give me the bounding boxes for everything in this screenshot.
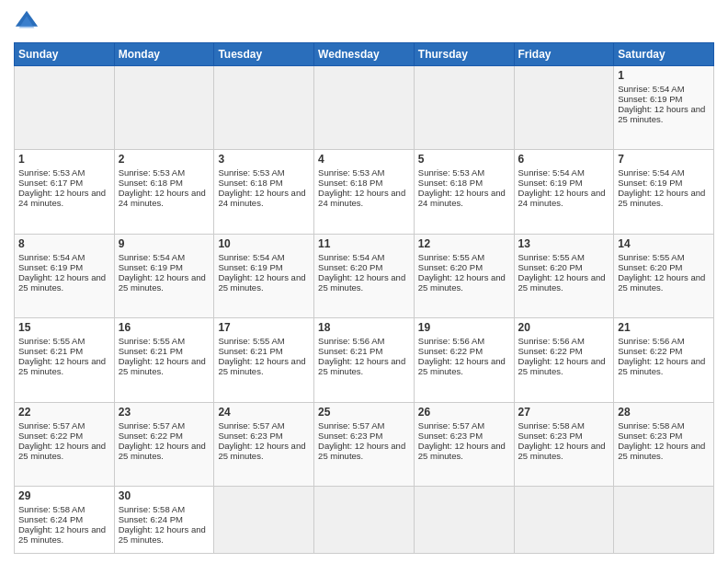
day-number: 11 [318, 237, 410, 250]
sunset-text: Sunset: 6:19 PM [18, 262, 83, 272]
sunset-text: Sunset: 6:23 PM [218, 431, 282, 441]
sunset-text: Sunset: 6:21 PM [119, 346, 183, 356]
daylight-text: Daylight: 12 hours and 25 minutes. [18, 441, 106, 461]
sunrise-text: Sunrise: 5:57 AM [418, 420, 484, 431]
calendar-cell: 19Sunrise: 5:56 AMSunset: 6:22 PMDayligh… [414, 318, 514, 402]
day-number: 1 [18, 153, 110, 166]
daylight-text: Daylight: 12 hours and 25 minutes. [318, 272, 405, 293]
sunrise-text: Sunrise: 5:54 AM [618, 167, 684, 178]
sunset-text: Sunset: 6:20 PM [518, 262, 583, 272]
sunrise-text: Sunrise: 5:55 AM [518, 252, 585, 262]
sunset-text: Sunset: 6:23 PM [418, 431, 483, 441]
sunset-text: Sunset: 6:18 PM [418, 178, 483, 188]
calendar-cell: 15Sunrise: 5:55 AMSunset: 6:21 PMDayligh… [15, 318, 115, 402]
sunrise-text: Sunrise: 5:56 AM [618, 336, 684, 346]
calendar-cell: 6Sunrise: 5:54 AMSunset: 6:19 PMDaylight… [514, 150, 614, 234]
sunset-text: Sunset: 6:19 PM [218, 262, 282, 272]
sunset-text: Sunset: 6:18 PM [218, 178, 282, 188]
calendar-cell: 3Sunrise: 5:53 AMSunset: 6:18 PMDaylight… [214, 150, 314, 234]
day-number: 14 [618, 237, 710, 250]
day-number: 27 [518, 406, 610, 419]
daylight-text: Daylight: 12 hours and 24 minutes. [119, 188, 206, 208]
daylight-text: Daylight: 12 hours and 25 minutes. [618, 104, 705, 124]
calendar-cell: 2Sunrise: 5:53 AMSunset: 6:18 PMDaylight… [114, 150, 214, 234]
sunset-text: Sunset: 6:19 PM [119, 262, 183, 272]
calendar-cell: 20Sunrise: 5:56 AMSunset: 6:22 PMDayligh… [514, 318, 614, 402]
header [14, 9, 714, 35]
daylight-text: Daylight: 12 hours and 24 minutes. [218, 188, 305, 208]
sunrise-text: Sunrise: 5:53 AM [218, 167, 284, 178]
calendar-cell: 10Sunrise: 5:54 AMSunset: 6:19 PMDayligh… [214, 234, 314, 317]
daylight-text: Daylight: 12 hours and 25 minutes. [418, 272, 506, 293]
sunset-text: Sunset: 6:19 PM [618, 94, 682, 104]
header-row: SundayMondayTuesdayWednesdayThursdayFrid… [15, 43, 714, 66]
calendar-cell: 5Sunrise: 5:53 AMSunset: 6:18 PMDaylight… [414, 150, 514, 234]
sunrise-text: Sunrise: 5:57 AM [119, 420, 185, 431]
day-number: 30 [119, 489, 210, 502]
day-number: 28 [618, 406, 710, 419]
sunrise-text: Sunrise: 5:53 AM [418, 167, 484, 178]
sunrise-text: Sunrise: 5:54 AM [218, 252, 284, 262]
daylight-text: Daylight: 12 hours and 25 minutes. [618, 356, 705, 376]
daylight-text: Daylight: 12 hours and 25 minutes. [418, 441, 506, 461]
sunrise-text: Sunrise: 5:53 AM [18, 167, 85, 178]
daylight-text: Daylight: 12 hours and 25 minutes. [18, 524, 106, 545]
daylight-text: Daylight: 12 hours and 25 minutes. [618, 272, 705, 293]
sunset-text: Sunset: 6:19 PM [518, 178, 583, 188]
daylight-text: Daylight: 12 hours and 25 minutes. [119, 356, 206, 376]
day-number: 23 [119, 406, 210, 419]
sunrise-text: Sunrise: 5:54 AM [518, 167, 585, 178]
calendar-cell: 12Sunrise: 5:55 AMSunset: 6:20 PMDayligh… [414, 234, 514, 317]
calendar-cell: 24Sunrise: 5:57 AMSunset: 6:23 PMDayligh… [214, 402, 314, 486]
day-number: 20 [518, 321, 610, 334]
sunset-text: Sunset: 6:17 PM [18, 178, 83, 188]
day-number: 1 [618, 69, 710, 82]
sunrise-text: Sunrise: 5:56 AM [518, 336, 585, 346]
calendar-cell: 14Sunrise: 5:55 AMSunset: 6:20 PMDayligh… [614, 234, 714, 317]
calendar-cell [314, 66, 415, 150]
daylight-text: Daylight: 12 hours and 25 minutes. [518, 272, 606, 293]
sunrise-text: Sunrise: 5:57 AM [318, 420, 384, 431]
calendar-week-row: 1Sunrise: 5:54 AMSunset: 6:19 PMDaylight… [15, 66, 714, 150]
calendar-cell: 30Sunrise: 5:58 AMSunset: 6:24 PMDayligh… [114, 487, 214, 554]
daylight-text: Daylight: 12 hours and 25 minutes. [318, 441, 405, 461]
sunrise-text: Sunrise: 5:53 AM [318, 167, 384, 178]
calendar-cell: 17Sunrise: 5:55 AMSunset: 6:21 PMDayligh… [214, 318, 314, 402]
day-number: 2 [119, 153, 210, 166]
day-number: 7 [618, 153, 710, 166]
day-header: Thursday [414, 43, 514, 66]
calendar-week-row: 8Sunrise: 5:54 AMSunset: 6:19 PMDaylight… [15, 234, 714, 317]
calendar-cell: 13Sunrise: 5:55 AMSunset: 6:20 PMDayligh… [514, 234, 614, 317]
logo [14, 9, 43, 35]
daylight-text: Daylight: 12 hours and 24 minutes. [18, 188, 106, 208]
calendar-cell [414, 66, 514, 150]
sunset-text: Sunset: 6:18 PM [119, 178, 183, 188]
day-number: 6 [518, 153, 610, 166]
day-number: 17 [218, 321, 310, 334]
sunrise-text: Sunrise: 5:58 AM [18, 504, 85, 514]
day-number: 4 [318, 153, 410, 166]
sunset-text: Sunset: 6:19 PM [618, 178, 682, 188]
sunset-text: Sunset: 6:21 PM [18, 346, 83, 356]
calendar-cell [514, 66, 614, 150]
calendar-week-row: 1Sunrise: 5:53 AMSunset: 6:17 PMDaylight… [15, 150, 714, 234]
calendar-cell: 1Sunrise: 5:54 AMSunset: 6:19 PMDaylight… [614, 66, 714, 150]
sunset-text: Sunset: 6:23 PM [518, 431, 583, 441]
day-number: 12 [418, 237, 510, 250]
daylight-text: Daylight: 12 hours and 25 minutes. [518, 356, 606, 376]
calendar-cell: 18Sunrise: 5:56 AMSunset: 6:21 PMDayligh… [314, 318, 415, 402]
day-number: 9 [119, 237, 210, 250]
daylight-text: Daylight: 12 hours and 25 minutes. [618, 441, 705, 461]
calendar-cell [214, 487, 314, 554]
sunset-text: Sunset: 6:21 PM [218, 346, 282, 356]
day-header: Wednesday [314, 43, 415, 66]
daylight-text: Daylight: 12 hours and 25 minutes. [18, 356, 106, 376]
day-header: Friday [514, 43, 614, 66]
calendar-cell: 27Sunrise: 5:58 AMSunset: 6:23 PMDayligh… [514, 402, 614, 486]
sunset-text: Sunset: 6:22 PM [618, 346, 682, 356]
daylight-text: Daylight: 12 hours and 24 minutes. [418, 188, 506, 208]
calendar-cell: 8Sunrise: 5:54 AMSunset: 6:19 PMDaylight… [15, 234, 115, 317]
calendar-cell [414, 487, 514, 554]
sunrise-text: Sunrise: 5:54 AM [18, 252, 85, 262]
sunrise-text: Sunrise: 5:56 AM [418, 336, 484, 346]
